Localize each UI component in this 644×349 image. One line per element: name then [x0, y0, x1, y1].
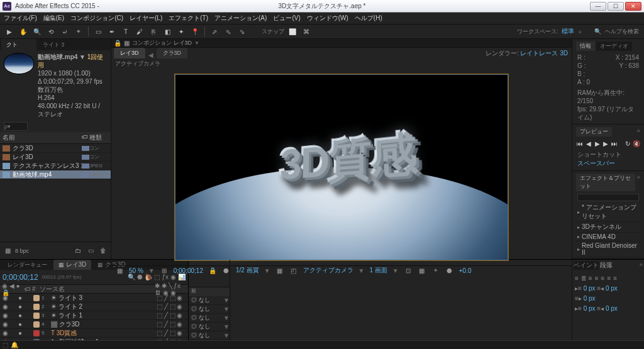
col-source-name[interactable]: ソース名: [38, 285, 153, 294]
effect-category[interactable]: ▸* アニメーションプリセット: [575, 202, 641, 222]
menu-window[interactable]: ウィンドウ(W): [307, 14, 348, 23]
local-axis-icon[interactable]: ⬀: [209, 26, 220, 37]
status-icon-2[interactable]: 🔔: [11, 341, 18, 348]
snap-label: スナップ: [262, 28, 284, 36]
status-icon-1[interactable]: ⬚: [3, 341, 8, 348]
play-icon[interactable]: ▶: [594, 139, 601, 148]
new-comp-icon[interactable]: ▭: [86, 246, 96, 256]
effects-search[interactable]: [577, 194, 639, 201]
tab-paint[interactable]: ペイント: [574, 261, 599, 270]
bpc-button[interactable]: 8 bpc: [15, 246, 29, 256]
menu-file[interactable]: ファイル(F): [4, 14, 37, 23]
minimize-button[interactable]: —: [590, 2, 606, 11]
zoom-tool-icon[interactable]: 🔍: [31, 26, 43, 37]
eraser-tool-icon[interactable]: ◧: [162, 26, 173, 37]
parent-dropdown[interactable]: ◎ なし ▼: [189, 296, 230, 305]
layer-row[interactable]: ◉●4▦ クラ3D⬚ ╱ ⬚ ◉: [0, 320, 188, 329]
parent-dropdown[interactable]: ◎ なし ▼: [189, 314, 230, 323]
menu-help[interactable]: ヘルプ(H): [355, 14, 382, 23]
menu-edit[interactable]: 編集(E): [43, 14, 64, 23]
project-search[interactable]: [4, 122, 28, 131]
tab-render-queue[interactable]: レンダーキュー: [3, 260, 52, 270]
tab-effects-presets[interactable]: エフェクト＆プリセット: [576, 174, 635, 191]
app-title: Adobe After Effects CC 2015 -: [15, 3, 99, 9]
menu-view[interactable]: ビュー(V): [273, 14, 300, 23]
text-tool-icon[interactable]: T: [120, 26, 131, 37]
pen-tool-icon[interactable]: ✒: [106, 26, 118, 37]
layer-row[interactable]: ◉●5T 3D質感⬚ ╱ ⬚ ◉: [0, 329, 188, 338]
timeline-fps: 00012 (29.97 fps): [42, 274, 82, 280]
world-axis-icon[interactable]: ⬁: [223, 26, 234, 37]
anchor-tool-icon[interactable]: ⌖: [73, 26, 84, 37]
right-panels: 情報 オーディオ R :X : 2154 G :Y : 638 B : A : …: [572, 39, 644, 259]
snap-opt-icon[interactable]: ⌘: [301, 26, 312, 37]
lock-icon[interactable]: 🔒: [114, 40, 121, 47]
renderer-value[interactable]: レイトレース 3D: [520, 50, 568, 57]
effect-category[interactable]: ▸Red Giant Denoiser II: [575, 241, 641, 257]
status-bar: ⬚ 🔔: [0, 340, 644, 349]
timeline-timecode[interactable]: 0;00;00;12: [3, 273, 38, 282]
menu-layer[interactable]: レイヤー(L): [130, 14, 162, 23]
mag-icon[interactable]: ▦: [115, 266, 124, 275]
trash-icon[interactable]: 🗑: [98, 246, 108, 256]
layer-row[interactable]: ◉●1☀ ライト 3⬚ ╱ ⬚ ◉: [0, 294, 188, 302]
menu-effect[interactable]: エフェクト(T): [169, 14, 208, 23]
tab-paragraph[interactable]: 段落: [600, 261, 613, 270]
view-axis-icon[interactable]: ⬂: [236, 26, 248, 37]
shortcut-dropdown[interactable]: スペースバー: [577, 159, 639, 168]
active-camera-label: アクティブカメラ: [111, 58, 572, 69]
next-frame-icon[interactable]: ▶: [602, 139, 609, 148]
col-name[interactable]: 名前: [3, 133, 82, 142]
shape-tool-icon[interactable]: ▭: [92, 26, 104, 37]
project-item[interactable]: テクスチャステンレス3 1920×1080.jpgJPEG: [0, 162, 111, 170]
effect-category[interactable]: ▸3Dチャンネル: [575, 222, 641, 233]
paint-panel: ペイント 段落 » ≡≣≡≡≡≡≡ ▸≡ 0 px ≡◂ 0 px ≡▸ 0 p…: [572, 260, 644, 349]
loop-icon[interactable]: ↻: [624, 139, 631, 148]
project-item[interactable]: 動画地球.mp4MPEG: [0, 170, 111, 179]
parent-dropdown[interactable]: ◎ なし ▼: [189, 331, 230, 340]
col-type[interactable]: 種類: [89, 133, 108, 142]
interpret-icon[interactable]: ▦: [3, 246, 13, 256]
comp-tab-1[interactable]: クラ3D: [157, 48, 188, 58]
menu-animation[interactable]: アニメーション(A): [214, 14, 267, 23]
orbit-tool-icon[interactable]: ⟲: [45, 26, 57, 37]
mute-icon[interactable]: 🔇: [633, 139, 640, 148]
workspace-dropdown[interactable]: 標準: [562, 27, 574, 36]
effect-category[interactable]: ▸CINEMA 4D: [575, 233, 641, 241]
col-parent[interactable]: 親: [189, 287, 230, 296]
3d-text-layer: 3D質感: [277, 121, 414, 192]
snap-toggle-icon[interactable]: ⬜: [287, 26, 298, 37]
brush-tool-icon[interactable]: 🖌: [134, 26, 145, 37]
parent-dropdown[interactable]: ◎ なし ▼: [189, 305, 230, 314]
tab-audio[interactable]: オーディオ: [596, 42, 632, 51]
layer-row[interactable]: ◉●2☀ ライト 2⬚ ╱ ⬚ ◉: [0, 302, 188, 311]
prev-frame-icon[interactable]: ◀: [585, 139, 592, 148]
layer-row[interactable]: ◉●3☀ ライト 1⬚ ╱ ⬚ ◉: [0, 311, 188, 320]
close-button[interactable]: ✕: [625, 2, 641, 11]
last-frame-icon[interactable]: ⏭: [611, 139, 618, 148]
viewport[interactable]: 3D質感: [111, 69, 572, 265]
app-icon: Ae: [3, 2, 11, 11]
roto-tool-icon[interactable]: ✦: [175, 26, 187, 37]
tab-info[interactable]: 情報: [576, 42, 595, 51]
parent-dropdown[interactable]: ◎ なし ▼: [189, 323, 230, 331]
help-search[interactable]: ヘルプを検索: [605, 28, 639, 36]
menu-composition[interactable]: コンポジション(C): [70, 14, 123, 23]
hand-tool-icon[interactable]: ✋: [18, 26, 29, 37]
first-frame-icon[interactable]: ⏮: [576, 139, 584, 148]
renderer-label: レンダラー:: [486, 50, 519, 57]
pin-tool-icon[interactable]: 📍: [189, 26, 201, 37]
maximize-button[interactable]: ☐: [608, 2, 624, 11]
selection-tool-icon[interactable]: ▶: [4, 26, 15, 37]
tl-tab-0[interactable]: ▦ レイ3D: [53, 260, 91, 270]
stamp-tool-icon[interactable]: ⎘: [148, 26, 159, 37]
project-item[interactable]: クラ3Dコン: [0, 144, 111, 153]
new-folder-icon[interactable]: 🗀: [73, 246, 83, 256]
shortcut-label: ショートカット: [577, 150, 639, 159]
zoom-value[interactable]: 50 %: [129, 267, 143, 274]
tab-preview[interactable]: プレビュー: [576, 127, 612, 136]
rotate-tool-icon[interactable]: ⤾: [59, 26, 70, 37]
grid-icon[interactable]: ▦: [124, 40, 130, 47]
project-item[interactable]: レイ3Dコン: [0, 153, 111, 162]
comp-tab-0[interactable]: レイ3D: [114, 48, 145, 58]
